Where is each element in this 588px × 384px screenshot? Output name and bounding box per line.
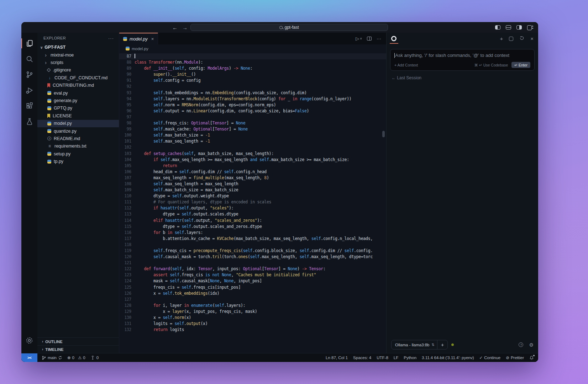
explorer-icon[interactable] bbox=[21, 36, 37, 51]
code-line-119[interactable]: 119 self.freqs_cis = precompute_freqs_ci… bbox=[119, 248, 386, 254]
code-line-102[interactable]: 102 bbox=[119, 144, 386, 150]
back-icon[interactable]: ← bbox=[172, 22, 178, 33]
code-line-113[interactable]: 113 dtype = self.output.scales.dtype bbox=[119, 211, 386, 217]
code-editor[interactable]: 8788class Transformer(nn.Module):89 def … bbox=[119, 53, 386, 353]
status-item-continue[interactable]: ✓Continue bbox=[479, 355, 501, 360]
code-line-121[interactable]: 121 bbox=[119, 260, 386, 266]
status-item-spaces-4[interactable]: Spaces: 4 bbox=[353, 356, 371, 360]
extensions-icon[interactable] bbox=[21, 98, 37, 114]
code-line-89[interactable]: 89 def __init__(self, config: ModelArgs)… bbox=[119, 65, 386, 71]
code-line-111[interactable]: 111 # For quantized layers, dtype is enc… bbox=[119, 199, 386, 205]
file-item-model.py[interactable]: model.py bbox=[37, 120, 119, 127]
testing-icon[interactable] bbox=[21, 114, 37, 129]
code-line-109[interactable]: 109 self.max_batch_size = max_batch_size bbox=[119, 187, 386, 193]
status-item-python[interactable]: Python bbox=[404, 356, 416, 360]
search-view-icon[interactable] bbox=[21, 51, 37, 67]
settings-gear-icon[interactable] bbox=[21, 332, 37, 348]
file-item-setup.py[interactable]: setup.py bbox=[37, 150, 119, 158]
breadcrumb[interactable]: model.py bbox=[119, 44, 386, 53]
code-line-91[interactable]: 91 self.config = config bbox=[119, 78, 386, 84]
workspace-root-folder[interactable]: ∨ GPT-FAST bbox=[37, 43, 119, 51]
editor-more-actions-icon[interactable]: ··· bbox=[377, 36, 381, 41]
timeline-section[interactable]: › TIMELINE bbox=[37, 345, 119, 353]
code-line-105[interactable]: 105 return bbox=[119, 163, 386, 169]
code-line-125[interactable]: 125 freqs_cis = self.freqs_cis[input_pos… bbox=[119, 284, 386, 290]
outline-section[interactable]: › OUTLINE bbox=[37, 337, 119, 345]
code-line-110[interactable]: 110 dtype = self.output.weight.dtype bbox=[119, 193, 386, 199]
code-line-97[interactable]: 97 bbox=[119, 114, 386, 120]
fullscreen-icon[interactable] bbox=[509, 37, 513, 41]
toggle-secondary-sidebar-icon[interactable] bbox=[516, 25, 522, 30]
code-line-114[interactable]: 114 elif hasattr(self.output, "scales_an… bbox=[119, 218, 386, 224]
code-line-124[interactable]: 124 mask = self.causal_mask[None, None, … bbox=[119, 278, 386, 284]
file-item-.gitignore[interactable]: .gitignore bbox=[37, 66, 119, 74]
file-item-requirements.txt[interactable]: ≡requirements.txt bbox=[37, 143, 119, 150]
code-line-103[interactable]: 103 def setup_caches(self, max_batch_siz… bbox=[119, 151, 386, 157]
file-item-tp.py[interactable]: tp.py bbox=[37, 158, 119, 165]
chat-settings-gear-icon[interactable]: ⚙ bbox=[529, 342, 534, 348]
use-codebase-hint[interactable]: ⌘ ↵ Use Codebase bbox=[474, 63, 508, 67]
tab-model-py[interactable]: model.py × bbox=[119, 33, 158, 44]
file-item-README.md[interactable]: iREADME.md bbox=[37, 135, 119, 142]
code-line-117[interactable]: 117 b.attention.kv_cache = KVCache(max_b… bbox=[119, 236, 386, 242]
code-line-112[interactable]: 112 if hasattr(self.output, "scales"): bbox=[119, 205, 386, 211]
code-line-123[interactable]: 123 assert self.freqs_cis is not None, "… bbox=[119, 272, 386, 278]
code-line-108[interactable]: 108 self.max_seq_length = max_seq_length bbox=[119, 181, 386, 187]
code-line-116[interactable]: 116 for b in self.layers: bbox=[119, 230, 386, 236]
code-line-93[interactable]: 93 self.tok_embeddings = nn.Embedding(co… bbox=[119, 90, 386, 96]
file-item-CONTRIBUTING.md[interactable]: CONTRIBUTING.md bbox=[37, 82, 119, 89]
code-line-101[interactable]: 101 self.max_seq_length = -1 bbox=[119, 138, 386, 144]
status-item-prettier[interactable]: ⊘Prettier bbox=[506, 355, 524, 360]
status-item-bell[interactable] bbox=[529, 356, 534, 360]
code-line-87[interactable]: 87 bbox=[119, 53, 386, 59]
explorer-more-actions-icon[interactable]: ··· bbox=[108, 36, 114, 41]
command-center-search[interactable]: gpt-fast bbox=[190, 24, 388, 31]
status-item-3-11-4-64-bit-3-11-4-pyenv[interactable]: 3.11.4 64-bit ('3.11.4': pyenv) bbox=[422, 356, 474, 360]
model-selector[interactable]: Ollama - llama3:8b ⇅ + bbox=[391, 340, 448, 350]
code-line-129[interactable]: 129 x = layer(x, input_pos, freqs_cis, m… bbox=[119, 309, 386, 315]
code-line-94[interactable]: 94 self.layers = nn.ModuleList(Transform… bbox=[119, 96, 386, 102]
help-icon[interactable]: ? bbox=[519, 342, 523, 347]
toggle-sidebar-icon[interactable] bbox=[495, 25, 500, 30]
code-line-96[interactable]: 96 self.output = nn.Linear(config.dim, c… bbox=[119, 108, 386, 114]
code-line-130[interactable]: 130 x = self.norm(x) bbox=[119, 315, 386, 321]
code-line-118[interactable]: 118 bbox=[119, 242, 386, 248]
source-control-icon[interactable] bbox=[21, 67, 37, 82]
code-line-120[interactable]: 120 self.causal_mask = torch.tril(torch.… bbox=[119, 254, 386, 260]
add-model-button[interactable]: + bbox=[437, 342, 447, 348]
history-icon[interactable] bbox=[519, 36, 524, 42]
file-item-generate.py[interactable]: generate.py bbox=[37, 97, 119, 104]
file-item-eval.py[interactable]: eval.py bbox=[37, 89, 119, 97]
file-item-quantize.py[interactable]: quantize.py bbox=[37, 127, 119, 135]
close-panel-icon[interactable]: × bbox=[530, 36, 534, 42]
code-line-127[interactable]: 127 bbox=[119, 297, 386, 303]
add-context-button[interactable]: + Add Context bbox=[394, 63, 418, 67]
code-line-128[interactable]: 128 for i, layer in enumerate(self.layer… bbox=[119, 303, 386, 309]
forward-icon[interactable]: → bbox=[182, 22, 188, 33]
status-item-ln-87-col-1[interactable]: Ln 87, Col 1 bbox=[326, 356, 348, 360]
last-session-link[interactable]: ← Last Session bbox=[392, 75, 533, 80]
new-session-icon[interactable]: + bbox=[500, 36, 503, 42]
file-item-CODE_OF_CONDUCT.md[interactable]: ↓CODE_OF_CONDUCT.md bbox=[37, 74, 119, 81]
file-item-GPTQ.py[interactable]: GPTQ.py bbox=[37, 105, 119, 112]
code-line-100[interactable]: 100 self.max_batch_size = -1 bbox=[119, 132, 386, 138]
code-line-122[interactable]: 122 def forward(self, idx: Tensor, input… bbox=[119, 266, 386, 272]
enter-button[interactable]: ↵ Enter bbox=[511, 62, 530, 68]
code-line-98[interactable]: 98 self.freqs_cis: Optional[Tensor] = No… bbox=[119, 120, 386, 126]
file-item-LICENSE[interactable]: LICENSE bbox=[37, 112, 119, 119]
code-line-88[interactable]: 88class Transformer(nn.Module): bbox=[119, 59, 386, 65]
status-item-lf[interactable]: LF bbox=[394, 356, 398, 360]
code-line-99[interactable]: 99 self.mask_cache: Optional[Tensor] = N… bbox=[119, 126, 386, 132]
toggle-panel-icon[interactable] bbox=[506, 25, 511, 30]
status-item-utf-8[interactable]: UTF-8 bbox=[377, 356, 388, 360]
split-editor-icon[interactable] bbox=[367, 37, 372, 41]
code-line-107[interactable]: 107 max_seq_length = find_multiple(max_s… bbox=[119, 175, 386, 181]
run-python-file-button[interactable]: ▷∨ bbox=[356, 36, 362, 41]
file-item-scripts[interactable]: ›scripts bbox=[37, 59, 119, 66]
close-tab-icon[interactable]: × bbox=[151, 36, 154, 42]
code-line-132[interactable]: 132 return logits bbox=[119, 327, 386, 333]
code-line-126[interactable]: 126 x = self.tok_embeddings(idx) bbox=[119, 290, 386, 297]
code-line-92[interactable]: 92 bbox=[119, 84, 386, 90]
code-line-90[interactable]: 90 super().__init__() bbox=[119, 71, 386, 78]
code-line-106[interactable]: 106 head_dim = self.config.dim // self.c… bbox=[119, 169, 386, 175]
